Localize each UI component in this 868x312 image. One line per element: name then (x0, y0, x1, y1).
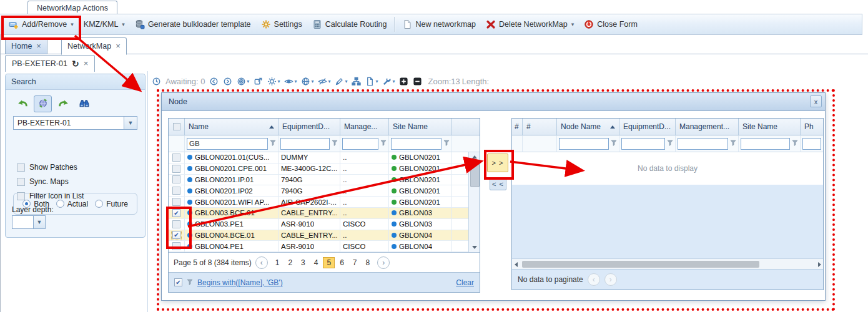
row-checkbox-cell[interactable] (169, 197, 185, 207)
close-icon[interactable]: × (116, 43, 121, 49)
next-page-button[interactable]: › (604, 273, 617, 286)
globe-icon[interactable]: ▾ (301, 77, 313, 86)
new-page-icon[interactable]: ▾ (365, 77, 378, 86)
row-checkbox[interactable] (172, 220, 180, 228)
row-checkbox[interactable] (172, 154, 180, 162)
sitename-filter-input[interactable] (741, 138, 790, 150)
page-number[interactable]: 4 (310, 257, 322, 268)
close-icon[interactable]: × (36, 43, 41, 49)
column-header-ph[interactable]: Ph (801, 119, 823, 135)
name-filter-input[interactable] (187, 138, 268, 150)
funnel-icon[interactable] (270, 139, 276, 148)
radio-future[interactable]: Future (95, 200, 128, 208)
vertical-scrollbar[interactable] (468, 152, 480, 252)
page-number[interactable]: 2 (284, 257, 296, 268)
page-number[interactable]: 5 (323, 257, 335, 268)
eye-icon[interactable]: ▾ (284, 77, 297, 86)
tab-networkmap[interactable]: NetworkMap × (61, 37, 127, 55)
row-checkbox[interactable] (172, 175, 180, 183)
new-networkmap-button[interactable]: New networkmap (397, 17, 481, 32)
table-row[interactable]: GBLON04.BCE.01CABLE_ENTRY.....GBLON04 (169, 230, 480, 241)
row-checkbox[interactable] (172, 198, 180, 206)
column-header-management[interactable]: Manage... (340, 119, 389, 135)
eye-off-icon[interactable]: ▾ (318, 77, 330, 86)
zoom-in-icon[interactable] (399, 77, 408, 86)
horizontal-scrollbar[interactable] (512, 258, 823, 269)
page-number[interactable]: 8 (362, 257, 374, 268)
close-icon[interactable]: × (84, 61, 89, 67)
scroll-left-arrow[interactable] (513, 261, 518, 267)
calculate-routing-button[interactable]: Calculate Routing (307, 17, 392, 32)
redo-arrow-button[interactable] (54, 95, 72, 112)
networkmap-select[interactable]: PB-EXETER-01 ▼ (13, 116, 137, 130)
select-all-header-cell[interactable] (169, 119, 185, 135)
funnel-icon[interactable] (667, 139, 673, 148)
column-header-hash1[interactable]: # (512, 119, 523, 135)
row-checkbox-cell[interactable] (169, 230, 185, 241)
tab-home[interactable]: Home × (5, 37, 47, 54)
funnel-icon[interactable] (730, 139, 736, 148)
equipment-filter-input[interactable] (280, 138, 330, 150)
tab-networkmap-actions[interactable]: NetworkMap Actions (27, 1, 117, 14)
page-number[interactable]: 1 (272, 257, 284, 268)
ph-filter-input[interactable] (802, 138, 821, 150)
column-header-sitename[interactable]: Site Name (739, 119, 801, 135)
equipment-filter-input[interactable] (621, 138, 665, 150)
chevron-down-icon[interactable]: ▼ (124, 117, 137, 129)
pencil-icon[interactable]: ▾ (335, 77, 347, 86)
prev-page-button[interactable]: ‹ (588, 273, 600, 286)
column-header-sitename[interactable]: Site Name (389, 119, 452, 135)
page-number[interactable]: 3 (297, 257, 309, 268)
undo-arrow-button[interactable] (13, 95, 31, 112)
chevron-down-icon[interactable]: ▼ (33, 216, 45, 228)
management-filter-input[interactable] (678, 138, 728, 150)
table-row[interactable]: GBLON0201.CPE.001ME-3400G-12C.....GBLON0… (169, 163, 480, 175)
row-checkbox-cell[interactable] (169, 175, 185, 185)
column-header-management[interactable]: Management... (676, 119, 739, 135)
node-dialog-titlebar[interactable]: Node (162, 93, 825, 111)
zoom-out-icon[interactable] (413, 77, 422, 86)
page-number[interactable]: 7 (349, 257, 361, 268)
clear-filter-link[interactable]: Clear (456, 278, 474, 287)
subtab-pb-exeter-01[interactable]: PB-EXETER-01 ↻ × (5, 55, 95, 72)
row-checkbox[interactable] (172, 242, 180, 250)
close-form-button[interactable]: Close Form (579, 17, 643, 32)
add-remove-button[interactable]: Add/Remove ▾ (4, 17, 79, 32)
target-icon[interactable]: ▾ (237, 77, 249, 86)
wrench-icon[interactable]: ▾ (382, 77, 395, 86)
row-checkbox-cell[interactable] (169, 241, 185, 251)
row-checkbox[interactable] (172, 165, 180, 173)
delete-networkmap-button[interactable]: Delete NetworkMap ▾ (481, 17, 579, 32)
refresh-icon[interactable]: ↻ (72, 60, 79, 67)
binoculars-button[interactable] (75, 95, 93, 112)
row-checkbox[interactable] (172, 187, 180, 195)
row-checkbox-cell[interactable] (169, 219, 185, 230)
scroll-right-arrow[interactable] (817, 261, 822, 267)
scrollbar-thumb[interactable] (470, 163, 480, 187)
move-left-button[interactable]: < < (490, 178, 506, 190)
dialog-close-button[interactable]: x (810, 95, 822, 107)
sidebar-splitter[interactable] (147, 71, 148, 312)
table-row[interactable]: GBLON0201.IP.017940G..GBLON0201 (169, 175, 480, 186)
table-row[interactable]: GBLON04.PE1ASR-9010CISCOGBLON04 (169, 241, 480, 252)
row-checkbox[interactable] (172, 209, 180, 217)
row-checkbox-cell[interactable] (169, 152, 185, 163)
table-row[interactable]: GBLON0201.01(CUS...DUMMY..GBLON0201 (169, 152, 480, 163)
row-checkbox-cell[interactable] (169, 185, 185, 196)
row-checkbox-cell[interactable] (169, 208, 185, 218)
prev-circle-icon[interactable] (209, 77, 219, 86)
table-row[interactable]: GBLON03.BCE.01CABLE_ENTRY.....GBLON03 (169, 208, 480, 219)
sitemap-icon[interactable] (352, 77, 361, 86)
next-page-button[interactable]: › (377, 256, 390, 269)
radio-actual[interactable]: Actual (56, 200, 88, 208)
sun-gear-icon[interactable]: ▾ (267, 77, 280, 86)
funnel-icon[interactable] (443, 139, 450, 148)
management-filter-input[interactable] (342, 138, 378, 150)
checkbox-sync-maps[interactable]: Sync. Maps (17, 177, 69, 186)
nodename-filter-input[interactable] (559, 138, 609, 150)
external-link-icon[interactable] (254, 77, 263, 86)
row-checkbox[interactable] (172, 231, 180, 239)
funnel-icon[interactable] (611, 139, 617, 148)
column-header-name[interactable]: Name (185, 119, 279, 135)
filter-summary-link[interactable]: Begins with([Name], 'GB') (197, 278, 283, 287)
